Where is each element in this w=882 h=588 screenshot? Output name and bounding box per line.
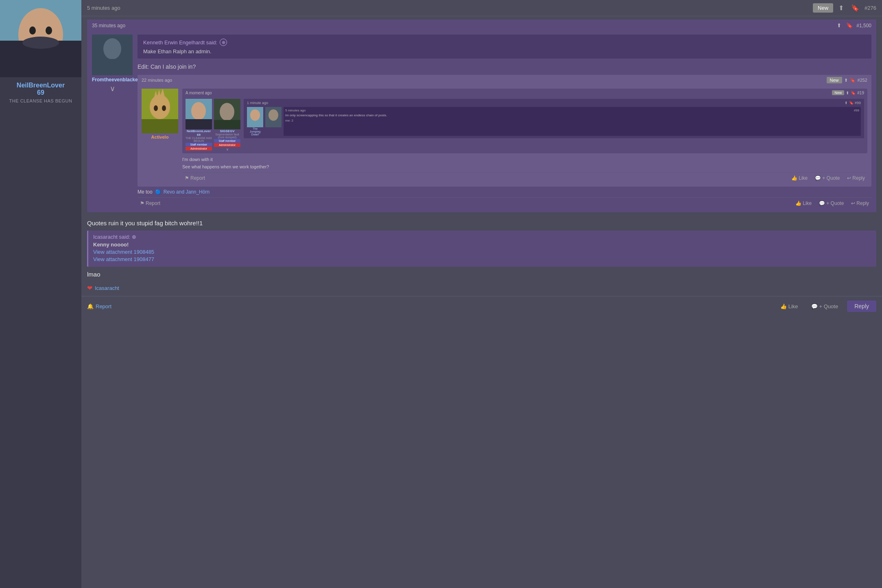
like-thumb-icon: 👍: [780, 303, 787, 309]
deep-badge-admin: Administrator: [186, 147, 212, 150]
reply-button[interactable]: Reply: [847, 301, 876, 312]
deep-user-1: NeilBreenLover 69 THE CLEANSE HAS BEGUN …: [186, 99, 212, 151]
svg-point-18: [191, 102, 206, 120]
deepest-me-num: me: 2: [285, 119, 859, 122]
nested-reply-btn-2[interactable]: ↩ Reply: [845, 174, 867, 182]
very-deep-user-1: The Jumping Dwarf: [247, 107, 263, 136]
reactor-name[interactable]: Icasaracht: [95, 285, 119, 291]
sidebar: NeilBreenLover 69 THE CLEANSE HAS BEGUN: [0, 0, 81, 588]
report-flag-icon: ⚑: [185, 175, 189, 181]
very-deep-user-2: [265, 107, 282, 136]
like-icon-2: 👍: [791, 175, 797, 181]
nested-like-btn-1[interactable]: 👍 Like: [793, 200, 814, 207]
nested-post-2: 22 minutes ago New ⬆ 🔖 #252: [138, 75, 871, 187]
nested-bookmark-icon[interactable]: 🔖: [845, 22, 854, 29]
svg-point-3: [46, 26, 52, 35]
inner-quote-block: Icasaracht said: ⊕ Kenny noooo! View att…: [87, 231, 876, 267]
nested-timestamp-2: 22 minutes ago: [142, 78, 172, 83]
post-number: #276: [865, 5, 876, 11]
nested-avatar-1: [92, 35, 133, 75]
nested-report-btn-1[interactable]: ⚑ Report: [138, 200, 163, 207]
nested-bookmark-icon-2[interactable]: 🔖: [850, 78, 856, 83]
deep-status-1: THE CLEANSE HAS BEGUN: [186, 137, 212, 142]
like-button[interactable]: 👍 Like: [776, 301, 802, 312]
inner-quote-bold: Kenny noooo!: [93, 242, 871, 248]
reaction-hearts: ❤ Icasaracht: [81, 282, 882, 294]
deepest-num: #99: [854, 109, 859, 112]
quote-button[interactable]: 💬 + Quote: [807, 301, 843, 312]
new-button[interactable]: New: [813, 3, 833, 13]
nested-report-btn-2[interactable]: ⚑ Report: [182, 174, 207, 182]
report-bell-icon: 🔔: [87, 303, 94, 309]
avatar: [0, 0, 81, 77]
edit-text-1: Edit: Can I also join in?: [138, 62, 871, 72]
user-info-section: NeilBreenLover 69 THE CLEANSE HAS BEGUN: [0, 77, 81, 107]
share-icon-button[interactable]: ⬆: [836, 3, 846, 13]
user-number: 69: [4, 89, 77, 96]
reply-icon-1: ↩: [851, 200, 855, 206]
deep-chevron-2[interactable]: ∨: [214, 148, 240, 151]
deep-username-1: NeilBreenLover 69: [186, 129, 212, 137]
deep-post-card: A moment ago New ⬆ 🔖 #19: [182, 89, 867, 153]
deep-avatar-2: [214, 99, 240, 129]
attachment-link-2[interactable]: View attachment 1908477: [93, 256, 871, 262]
nested-post-2-actions: New ⬆ 🔖 #252: [827, 77, 868, 83]
deep-post-actions: New ⬆ 🔖 #19: [832, 90, 864, 95]
nested-post-1-topbar: 35 minutes ago ⬆ 🔖 #1,500: [87, 20, 876, 31]
deep-timestamp: A moment ago: [186, 91, 212, 95]
very-deep-share-icon[interactable]: ⬆: [845, 101, 848, 105]
chevron-down-icon-1[interactable]: ∨: [92, 83, 133, 95]
svg-point-16: [162, 105, 166, 111]
nested-right-actions-2: 👍 Like 💬 + Quote ↩: [789, 174, 867, 182]
nested-avatar-2: [142, 89, 178, 133]
post-meta-bar: 5 minutes ago New ⬆ 🔖 #276: [81, 0, 882, 16]
quote-icon-1: 💬: [819, 200, 825, 206]
deepest-text: Im only screencapping this so that it cr…: [285, 113, 859, 118]
report-button[interactable]: 🔔 Report: [87, 303, 111, 309]
nested-quote-btn-1[interactable]: 💬 + Quote: [817, 200, 846, 207]
nested-post-1: 35 minutes ago ⬆ 🔖 #1,500: [87, 20, 876, 212]
nested-like-btn-2[interactable]: 👍 Like: [789, 174, 810, 182]
main-content: 5 minutes ago New ⬆ 🔖 #276 35 minutes ag…: [81, 0, 882, 588]
deep-bookmark-icon[interactable]: 🔖: [851, 91, 856, 95]
inner-quote-expand-icon[interactable]: ⊕: [132, 234, 136, 240]
very-deep-username-1: The Jumping Dwarf: [247, 127, 263, 136]
post-timestamp: 5 minutes ago: [87, 5, 120, 11]
deep-post-num: #19: [857, 91, 864, 95]
nested-post-2-topbar: 22 minutes ago New ⬆ 🔖 #252: [138, 75, 871, 85]
nested-post-num-1: #1,500: [856, 23, 871, 28]
username: NeilBreenLover: [4, 81, 77, 89]
nested-share-icon-2[interactable]: ⬆: [844, 78, 848, 83]
svg-rect-19: [186, 119, 212, 129]
nested-share-icon[interactable]: ⬆: [836, 22, 843, 29]
deep-badge-admin-2: Administrator: [214, 143, 240, 147]
very-deep-bookmark-icon[interactable]: 🔖: [849, 101, 854, 105]
very-deep-card: 1 minute ago ⬆ 🔖 #99: [244, 99, 864, 138]
deep-new-button[interactable]: New: [832, 90, 844, 95]
nested-quote-btn-2[interactable]: 💬 + Quote: [812, 174, 842, 182]
inner-quote-author-text: Icasaracht said:: [93, 234, 130, 240]
svg-point-21: [220, 103, 234, 121]
nested-new-button-2[interactable]: New: [827, 77, 842, 83]
like-icon-1: 👍: [795, 200, 801, 206]
nested-body-1: Fromtheevenblackerdepths ∨ Kenneth Erwin…: [87, 31, 876, 212]
bottom-action-buttons: 👍 Like 💬 + Quote Reply: [776, 301, 876, 312]
bookmark-icon-button[interactable]: 🔖: [849, 3, 861, 13]
svg-point-15: [154, 105, 158, 111]
nested-user-side-1: Fromtheevenblackerdepths ∨: [92, 35, 133, 209]
nested-reply-btn-1[interactable]: ↩ Reply: [849, 200, 871, 207]
heart-icon: ❤: [87, 284, 92, 292]
nested-username-2: Activelo: [142, 135, 178, 139]
deep-share-icon[interactable]: ⬆: [846, 91, 849, 95]
deep-title-2: Segmentation fault (core dumped): [214, 133, 240, 139]
deep-user-2: SIGSEGV Segmentation fault (core dumped)…: [214, 99, 240, 151]
quote-expand-icon[interactable]: ⊕: [220, 39, 227, 46]
attachment-link-1[interactable]: View attachment 1908485: [93, 249, 871, 255]
quote-block-1: Kenneth Erwin Engelhardt said: ⊕ Make Et…: [138, 35, 871, 59]
very-deep-topbar: 1 minute ago ⬆ 🔖 #99: [245, 100, 863, 106]
nested-username-1: Fromtheevenblackerdepths: [92, 77, 133, 83]
me-too-section: Me too 🔵 Revo and Jann_Hörn: [138, 187, 871, 197]
deepest-card: 5 minutes ago #99 Im only screencapping …: [284, 107, 861, 136]
very-deep-timestamp: 1 minute ago: [247, 101, 268, 105]
post-actions: New ⬆ 🔖 #276: [813, 3, 876, 13]
